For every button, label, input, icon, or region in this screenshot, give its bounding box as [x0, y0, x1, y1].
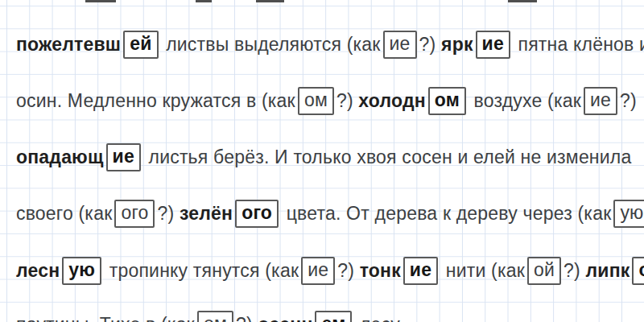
word-stem: тонк	[360, 260, 401, 282]
ending-box[interactable]: ом	[197, 311, 233, 322]
word-stem: ярк	[441, 34, 473, 56]
ending-box[interactable]: ого	[235, 200, 279, 228]
ending-box[interactable]: ей	[123, 31, 158, 59]
ending-box[interactable]: ие	[301, 257, 335, 285]
plain-text: ?)	[419, 34, 441, 56]
word-stem: зелён	[180, 203, 233, 225]
word-stem: пожелтевш	[16, 34, 121, 56]
plain-text: нити (как	[440, 260, 525, 282]
exercise-line-2: осин. Медленно кружатся в (каком?) холод…	[0, 72, 644, 129]
worksheet-page: пожелтевшей листвы выделяются (какие?) я…	[0, 0, 644, 322]
plain-text: ?)	[236, 314, 258, 322]
plain-text: лесу.	[354, 314, 403, 322]
plain-text: цвета. От дерева к дереву через (как	[281, 203, 611, 225]
word-stem: холодн	[358, 90, 425, 112]
plain-text: пятна клёнов и	[513, 34, 644, 56]
cutoff-ending-box-3	[508, 0, 537, 2]
ending-box[interactable]: ие	[403, 257, 438, 285]
ending-box[interactable]: ом	[428, 87, 466, 115]
word-stem: липк	[586, 260, 630, 282]
ending-box[interactable]: ие	[106, 143, 141, 171]
exercise-line-4: своего (какого?) зелёного цвета. От дере…	[0, 185, 644, 242]
ending-box[interactable]: ие	[476, 31, 510, 59]
exercise-line-6: паутины. Тихо в (каком?) осеннем лесу.	[0, 296, 644, 322]
cutoff-ending-box-2	[256, 0, 284, 2]
exercise-line-5: лесную тропинку тянутся (какие?) тонкие …	[0, 242, 644, 299]
plain-text: листвы выделяются (как	[161, 34, 381, 56]
cutoff-ending-box-1	[196, 0, 212, 2]
plain-text: паутины. Тихо в (как	[16, 314, 195, 322]
plain-text: ?)	[337, 260, 359, 282]
plain-text: ?)	[157, 203, 179, 225]
plain-text: листья берёз. И только хвоя сосен и елей…	[143, 147, 632, 168]
ending-box[interactable]: ую	[613, 200, 644, 228]
ending-box[interactable]: ом	[298, 87, 334, 115]
plain-text: воздухе (как	[469, 90, 581, 112]
exercise-line-1: пожелтевшей листвы выделяются (какие?) я…	[0, 16, 644, 72]
exercise-line-3: опадающие листья берёз. И только хвоя со…	[0, 129, 644, 185]
word-stem: опадающ	[16, 147, 104, 168]
ending-box[interactable]: ие	[584, 87, 617, 115]
ending-box[interactable]: ой	[632, 257, 644, 285]
plain-text: осин. Медленно кружатся в (как	[16, 90, 295, 112]
ending-box[interactable]: ем	[315, 311, 352, 322]
ending-box[interactable]: ие	[383, 31, 417, 59]
cutoff-ending-box-0	[85, 0, 116, 2]
word-stem: лесн	[16, 260, 60, 282]
plain-text: тропинку тянутся (как	[104, 260, 299, 282]
ending-box[interactable]: ого	[114, 200, 155, 228]
plain-text: ?)	[336, 90, 358, 112]
plain-text: ?)	[564, 260, 585, 282]
word-stem: осенн	[258, 314, 312, 322]
plain-text: ?)	[620, 90, 637, 112]
ending-box[interactable]: ой	[527, 257, 561, 285]
ending-box[interactable]: ую	[62, 257, 101, 285]
plain-text: своего (как	[16, 203, 112, 225]
